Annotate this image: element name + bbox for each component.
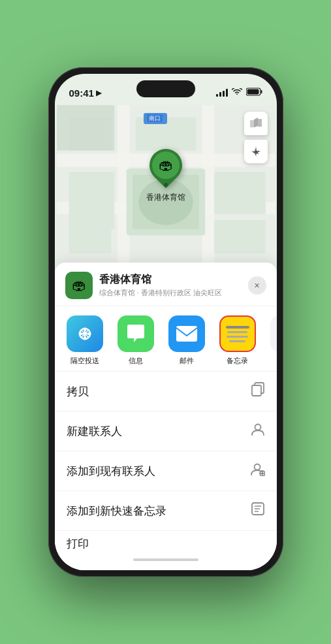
bottom-sheet: 🏟 香港体育馆 综合体育馆 · 香港特别行政区 油尖旺区 × — [55, 263, 277, 570]
signal-bar-2 — [219, 92, 221, 97]
svg-rect-20 — [258, 119, 262, 127]
share-item-more[interactable]: 推 — [266, 315, 277, 366]
share-item-messages[interactable]: 信息 — [114, 315, 158, 366]
airdrop-icon-box — [67, 315, 103, 352]
svg-point-22 — [83, 328, 86, 331]
signal-strength-icon — [216, 89, 228, 97]
share-item-airdrop[interactable]: 隔空投送 — [63, 315, 107, 366]
phone-screen: 09:41 ▶ — [55, 74, 277, 570]
home-bar — [133, 558, 198, 561]
svg-rect-2 — [247, 89, 259, 95]
svg-rect-28 — [252, 385, 261, 396]
battery-icon — [246, 88, 262, 98]
wifi-icon — [232, 88, 242, 98]
svg-rect-14 — [214, 172, 266, 214]
add-contact-icon — [251, 462, 265, 480]
signal-bar-4 — [226, 89, 228, 97]
svg-rect-16 — [214, 220, 266, 253]
location-arrow-icon: ▶ — [96, 89, 101, 97]
marker-label: 香港体育馆 — [146, 192, 185, 203]
status-icons — [216, 88, 262, 98]
share-item-notes[interactable]: 备忘录 — [215, 315, 260, 366]
venue-icon: 🏟 — [65, 272, 93, 299]
venue-description: 综合体育馆 · 香港特别行政区 油尖旺区 — [99, 288, 248, 298]
quick-note-label: 添加到新快速备忘录 — [67, 504, 166, 519]
add-contact-label: 添加到现有联系人 — [67, 464, 155, 479]
svg-point-23 — [83, 337, 86, 340]
status-time: 09:41 ▶ — [69, 88, 101, 99]
share-row: 隔空投送 信息 — [55, 306, 277, 371]
svg-point-25 — [87, 332, 91, 336]
dynamic-island — [136, 80, 195, 97]
mail-icon-box — [168, 315, 205, 352]
print-label: 打印 — [67, 536, 89, 550]
action-list: 拷贝 新建联系人 — [55, 371, 277, 549]
venue-info: 香港体育馆 综合体育馆 · 香港特别行政区 油尖旺区 — [99, 273, 248, 298]
action-new-contact[interactable]: 新建联系人 — [55, 411, 277, 451]
time-display: 09:41 — [69, 88, 94, 99]
new-contact-label: 新建联系人 — [67, 424, 122, 439]
svg-rect-18 — [250, 120, 254, 127]
new-contact-icon — [251, 422, 265, 440]
map-type-button[interactable] — [244, 112, 268, 135]
venue-name: 香港体育馆 — [99, 273, 248, 287]
svg-rect-1 — [260, 90, 262, 93]
svg-marker-19 — [254, 118, 258, 127]
messages-icon-box — [118, 315, 154, 352]
svg-point-29 — [255, 425, 260, 430]
phone-frame: 09:41 ▶ — [48, 67, 283, 577]
action-print-partial[interactable]: 打印 — [55, 531, 277, 549]
airdrop-label: 隔空投送 — [71, 356, 99, 366]
location-marker: 🏟 香港体育馆 — [146, 149, 185, 203]
copy-label: 拷贝 — [67, 384, 89, 399]
action-quick-note[interactable]: 添加到新快速备忘录 — [55, 491, 277, 531]
action-add-to-contact[interactable]: 添加到现有联系人 — [55, 451, 277, 491]
signal-bar-1 — [216, 94, 218, 97]
share-item-mail[interactable]: 邮件 — [165, 315, 209, 366]
svg-point-30 — [254, 464, 260, 470]
svg-rect-17 — [57, 105, 114, 151]
sheet-header: 🏟 香港体育馆 综合体育馆 · 香港特别行政区 油尖旺区 × — [55, 263, 277, 306]
quick-note-icon — [251, 502, 265, 520]
location-button[interactable] — [244, 140, 268, 163]
notes-icon-box — [219, 315, 256, 352]
mail-label: 邮件 — [180, 356, 194, 366]
notes-label: 备忘录 — [227, 356, 248, 366]
map-area[interactable]: 南口 — [55, 105, 277, 263]
svg-point-24 — [78, 332, 82, 336]
signal-bar-3 — [223, 91, 225, 97]
messages-label: 信息 — [129, 356, 143, 366]
home-indicator — [55, 549, 277, 570]
copy-icon — [251, 382, 265, 400]
svg-rect-26 — [176, 326, 197, 342]
map-controls — [244, 112, 268, 163]
south-gate-label: 南口 — [144, 113, 167, 124]
more-icon-box — [270, 315, 277, 352]
svg-rect-15 — [69, 214, 111, 253]
action-copy[interactable]: 拷贝 — [55, 372, 277, 411]
close-button[interactable]: × — [248, 276, 266, 295]
